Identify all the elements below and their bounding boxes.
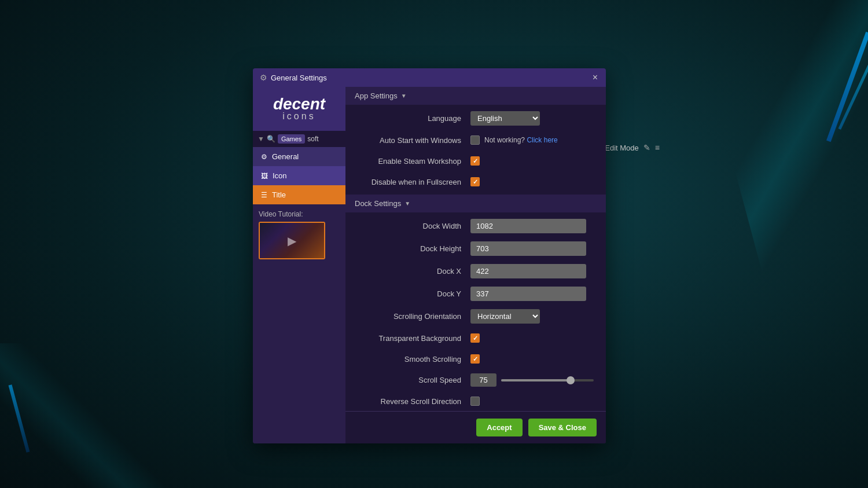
transparent-bg-row: Transparent Background ✓ [345,328,606,348]
fullscreen-checkbox[interactable]: ✓ [470,177,480,186]
title-bar: ⚙ General Settings × [253,68,606,87]
language-select[interactable]: English Spanish French German [470,111,540,126]
scroll-orientation-select[interactable]: Horizontal Vertical [470,309,540,324]
dialog-footer: Accept Save & Close [345,411,606,443]
reverse-scroll-checkbox[interactable] [470,397,480,406]
dock-x-input[interactable] [470,264,586,278]
title-label: Title [272,190,286,199]
scroll-speed-row: Scroll Speed [345,369,606,391]
scroll-orientation-row: Scrolling Orientation Horizontal Vertica… [345,305,606,328]
dock-x-control [470,264,597,278]
dock-settings-section-header[interactable]: Dock Settings ▼ [345,195,606,212]
autostart-control: Not working? Click here [470,135,597,145]
scroll-speed-value[interactable] [470,373,496,387]
arrow-icon: ▼ [258,135,264,143]
dock-height-row: Dock Height [345,237,606,260]
slider-container [470,373,594,387]
steam-workshop-checkbox[interactable]: ✓ [470,156,480,166]
dock-width-label: Dock Width [355,222,470,230]
title-bar-left: ⚙ General Settings [260,73,327,82]
general-label: General [272,152,299,161]
content-panel: App Settings ▼ Language English Spanish … [345,87,606,443]
icon-label: Icon [273,171,287,180]
logo-main: decent [260,96,339,112]
close-button[interactable]: × [591,73,599,82]
general-icon: ⚙ [261,153,267,161]
autostart-label: Auto Start with Windows [355,136,470,145]
smooth-scrolling-control: ✓ [470,354,597,364]
dock-y-row: Dock Y [345,282,606,305]
video-thumb-inner: ▶ [260,223,324,258]
dock-y-control [470,287,597,301]
dock-width-control [470,219,597,233]
check-icon4: ✓ [473,355,478,363]
smooth-scrolling-label: Smooth Scrolling [355,355,470,364]
language-row: Language English Spanish French German [345,107,606,130]
save-close-button[interactable]: Save & Close [528,419,597,436]
sidebar: decent icons ▼ 🔍 Games soft ⚙ General 🖼 … [253,87,345,443]
fullscreen-row: Disable when in Fullscreen ✓ [345,171,606,192]
video-thumbnail[interactable]: ▶ [259,222,325,259]
smooth-scrolling-row: Smooth Scrolling ✓ [345,348,606,369]
logo-sub: icons [260,111,339,122]
edit-mode-label: Edit Mode [605,144,639,152]
fullscreen-label: Disable when in Fullscreen [355,178,470,186]
smooth-scrolling-checkbox[interactable]: ✓ [470,354,480,364]
scroll-orientation-control: Horizontal Vertical [470,309,597,324]
check-icon3: ✓ [473,335,478,342]
language-label: Language [355,114,470,123]
dock-x-row: Dock X [345,260,606,282]
search-icon: 🔍 [267,135,275,143]
games-tag[interactable]: Games [278,134,305,144]
transparent-bg-checkbox[interactable]: ✓ [470,333,480,343]
edit-mode-bar: Edit Mode ✎ ≡ [605,143,660,152]
click-here-link[interactable]: Click here [527,136,557,144]
lines-icon[interactable]: ≡ [655,143,660,152]
logo-area: decent icons [253,87,345,131]
app-settings-section-header[interactable]: App Settings ▼ [345,87,606,105]
dock-height-label: Dock Height [355,244,470,253]
dock-settings-content: Dock Width Dock Height Doc [345,212,606,411]
check-icon: ✓ [473,157,478,165]
steam-workshop-label: Enable Steam Workshop [355,157,470,166]
dialog-body: decent icons ▼ 🔍 Games soft ⚙ General 🖼 … [253,87,606,443]
sidebar-item-icon[interactable]: 🖼 Icon [253,166,345,185]
transparent-bg-control: ✓ [470,333,597,343]
autostart-row: Auto Start with Windows Not working? Cli… [345,130,606,151]
scroll-speed-label: Scroll Speed [355,376,470,384]
steam-workshop-row: Enable Steam Workshop ✓ [345,151,606,171]
accept-button[interactable]: Accept [476,419,522,436]
scroll-speed-slider-track [501,379,594,381]
icon-nav-icon: 🖼 [261,172,268,180]
sidebar-item-general[interactable]: ⚙ General [253,147,345,166]
dock-settings-chevron: ▼ [404,200,410,207]
app-settings-content: Language English Spanish French German [345,105,606,195]
reverse-scroll-control [470,397,597,406]
settings-scroll: App Settings ▼ Language English Spanish … [345,87,606,411]
autostart-checkbox[interactable] [470,135,480,145]
dialog-title: General Settings [271,74,327,82]
transparent-bg-label: Transparent Background [355,334,470,343]
play-icon: ▶ [288,234,296,248]
search-bar: ▼ 🔍 Games soft [253,131,345,147]
dock-width-input[interactable] [470,219,586,233]
app-settings-chevron: ▼ [401,93,407,99]
dock-y-input[interactable] [470,287,586,301]
language-control: English Spanish French German [470,111,597,126]
dock-settings-label: Dock Settings [355,199,401,208]
dock-width-row: Dock Width [345,215,606,237]
title-icon: ☰ [261,191,267,199]
sidebar-item-title[interactable]: ☰ Title [253,185,345,204]
edit-icon[interactable]: ✎ [643,143,650,152]
steam-workshop-control: ✓ [470,156,597,166]
gear-icon: ⚙ [260,73,267,82]
slider-thumb[interactable] [567,376,575,384]
dock-height-control [470,241,597,256]
app-settings-label: App Settings [355,91,398,100]
video-label: Video Tutorial: [259,210,340,218]
dock-height-input[interactable] [470,241,586,256]
dock-x-label: Dock X [355,267,470,276]
scroll-orientation-label: Scrolling Orientation [355,312,470,321]
scroll-speed-control [470,373,597,387]
video-section: Video Tutorial: ▶ [253,204,345,265]
